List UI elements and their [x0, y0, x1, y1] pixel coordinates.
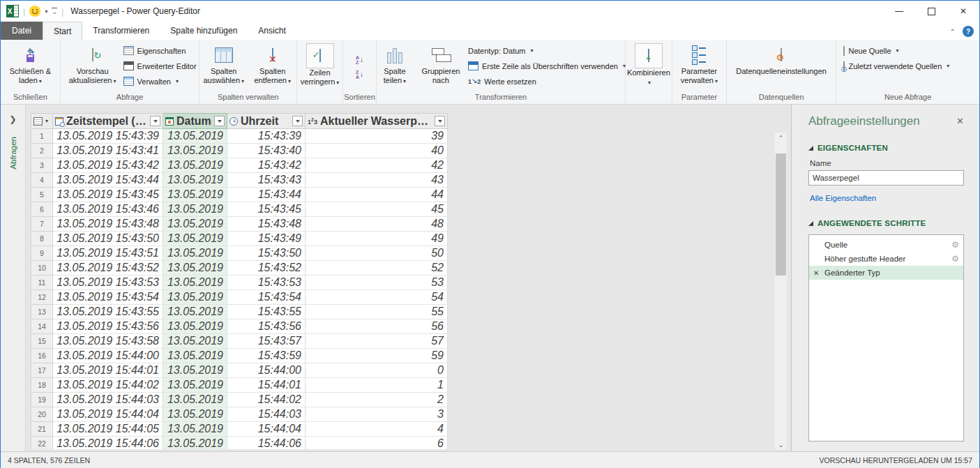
scroll-up-icon[interactable]: ⌃ [775, 133, 787, 143]
recent-sources-button[interactable]: ◷Zuletzt verwendete Quellen▾ [843, 59, 949, 73]
data-type-button[interactable]: Datentyp: Datum▾ [468, 44, 534, 57]
replace-values-button[interactable]: 1↘2Werte ersetzen [468, 75, 536, 88]
choose-columns-button[interactable]: Spalten auswählen▾ [200, 43, 248, 86]
cell[interactable]: 54 [306, 290, 448, 305]
cell[interactable]: 13.05.2019 15:43:58 [53, 334, 163, 349]
cell[interactable]: 13.05.2019 15:43:53 [53, 275, 163, 290]
cell[interactable]: 15:44:00 [227, 363, 306, 378]
cell[interactable]: 13.05.2019 [163, 217, 227, 232]
row-number[interactable]: 7 [31, 217, 53, 232]
cell[interactable]: 13.05.2019 [163, 290, 227, 305]
manage-parameters-button[interactable]: Parameter verwalten▾ [674, 43, 723, 86]
advanced-editor-button[interactable]: Erweiterter Editor [123, 59, 197, 73]
step-settings-gear-icon[interactable]: ⚙ [951, 240, 959, 250]
maximize-button[interactable] [915, 1, 947, 22]
cell[interactable]: 13.05.2019 15:43:41 [53, 144, 163, 158]
cell[interactable]: 13.05.2019 [163, 393, 227, 407]
cell[interactable]: 13.05.2019 [163, 437, 227, 449]
properties-button[interactable]: Eigenschaften [123, 44, 197, 57]
delete-step-icon[interactable]: ✕ [813, 269, 824, 277]
cell[interactable]: 15:43:49 [227, 232, 306, 246]
tab-datei[interactable]: Datei [1, 22, 43, 40]
combine-button[interactable]: + Kombinieren▾ [625, 43, 672, 88]
query-name-input[interactable] [808, 170, 964, 186]
tab-start[interactable]: Start [43, 22, 82, 40]
row-number[interactable]: 8 [31, 232, 53, 246]
cell[interactable]: 55 [306, 305, 448, 319]
cell[interactable]: 13.05.2019 15:43:56 [53, 319, 163, 334]
close-and-load-button[interactable]: ↷ Schließen & laden▾ [6, 43, 54, 86]
cell[interactable]: 13.05.2019 [163, 246, 227, 261]
cell[interactable]: 13.05.2019 15:44:04 [53, 407, 163, 422]
filter-dropdown-button[interactable] [214, 116, 225, 126]
all-properties-link[interactable]: Alle Eigenschaften [810, 194, 876, 202]
cell[interactable]: 15:43:45 [227, 202, 306, 217]
cell[interactable]: 13.05.2019 [163, 144, 227, 158]
cell[interactable]: 39 [306, 129, 448, 144]
step-settings-gear-icon[interactable]: ⚙ [951, 254, 959, 264]
cell[interactable]: 13.05.2019 [163, 305, 227, 319]
cell[interactable]: 13.05.2019 15:44:03 [53, 393, 163, 407]
cell[interactable]: 13.05.2019 15:43:45 [53, 188, 163, 202]
cell[interactable]: 15:43:48 [227, 217, 306, 232]
cell[interactable]: 15:43:59 [227, 349, 306, 363]
cell[interactable]: 15:43:53 [227, 275, 306, 290]
properties-section-header[interactable]: EIGENSCHAFTEN [808, 144, 964, 152]
cell[interactable]: 15:43:44 [227, 188, 306, 202]
cell[interactable]: 13.05.2019 15:43:54 [53, 290, 163, 305]
row-number[interactable]: 1 [31, 129, 53, 144]
cell[interactable]: 13.05.2019 [163, 232, 227, 246]
cell[interactable]: 13.05.2019 [163, 334, 227, 349]
cell[interactable]: 52 [306, 261, 448, 275]
column-header-1[interactable]: Zeitstempel (UTC) [53, 113, 163, 129]
applied-step-1[interactable]: Quelle⚙ [809, 238, 963, 252]
applied-steps-section-header[interactable]: ANGEWENDETE SCHRITTE [808, 219, 964, 227]
cell[interactable]: 13.05.2019 15:43:39 [53, 129, 163, 144]
minimize-button[interactable]: — [883, 1, 915, 22]
manage-button[interactable]: Verwalten▾ [123, 75, 197, 88]
cell[interactable]: 13.05.2019 [163, 275, 227, 290]
cell[interactable]: 13.05.2019 15:43:52 [53, 261, 163, 275]
smiley-dropdown-caret[interactable]: ▾ [45, 8, 47, 15]
split-column-button[interactable]: Spalte teilen▾ [376, 43, 414, 86]
panel-close-icon[interactable]: ✕ [956, 116, 964, 126]
row-number[interactable]: 17 [31, 363, 53, 378]
cell[interactable]: 13.05.2019 15:43:55 [53, 305, 163, 319]
cell[interactable]: 13.05.2019 15:43:44 [53, 173, 163, 188]
row-number[interactable]: 5 [31, 188, 53, 202]
row-number[interactable]: 12 [31, 290, 53, 305]
cell[interactable]: 56 [306, 319, 448, 334]
remove-columns-button[interactable]: ✕ Spalten entfernen▾ [249, 43, 296, 86]
cell[interactable]: 44 [306, 188, 448, 202]
cell[interactable]: 13.05.2019 [163, 422, 227, 437]
cell[interactable]: 15:43:50 [227, 246, 306, 261]
row-number[interactable]: 4 [31, 173, 53, 188]
cell[interactable]: 15:44:04 [227, 422, 306, 437]
new-source-button[interactable]: Neue Quelle▾ [843, 44, 949, 57]
cell[interactable]: 15:43:39 [227, 129, 306, 144]
tab-spalte-hinzufuegen[interactable]: Spalte hinzufügen [160, 22, 248, 40]
cell[interactable]: 2 [306, 393, 448, 407]
applied-step-2[interactable]: Höher gestufte Header⚙ [809, 252, 963, 266]
cell[interactable]: 3 [306, 407, 448, 422]
filter-dropdown-button[interactable] [150, 116, 160, 126]
cell[interactable]: 13.05.2019 15:43:50 [53, 232, 163, 246]
column-header-3[interactable]: Uhrzeit [227, 113, 306, 129]
sort-descending-button[interactable]: ZA↓ [353, 68, 366, 80]
cell[interactable]: 13.05.2019 [163, 173, 227, 188]
cell[interactable]: 13.05.2019 [163, 158, 227, 173]
cell[interactable]: 48 [306, 217, 448, 232]
cell[interactable]: 57 [306, 334, 448, 349]
scroll-down-icon[interactable]: ⌄ [775, 439, 787, 450]
cell[interactable]: 1 [306, 378, 448, 393]
cell[interactable]: 42 [306, 158, 448, 173]
row-number[interactable]: 22 [31, 437, 53, 449]
cell[interactable]: 13.05.2019 15:43:46 [53, 202, 163, 217]
cell[interactable]: 15:43:52 [227, 261, 306, 275]
row-number[interactable]: 15 [31, 334, 53, 349]
cell[interactable]: 53 [306, 275, 448, 290]
cell[interactable]: 40 [306, 144, 448, 158]
table-corner-button[interactable]: ▾ [31, 113, 53, 129]
cell[interactable]: 13.05.2019 [163, 129, 227, 144]
row-number[interactable]: 6 [31, 202, 53, 217]
